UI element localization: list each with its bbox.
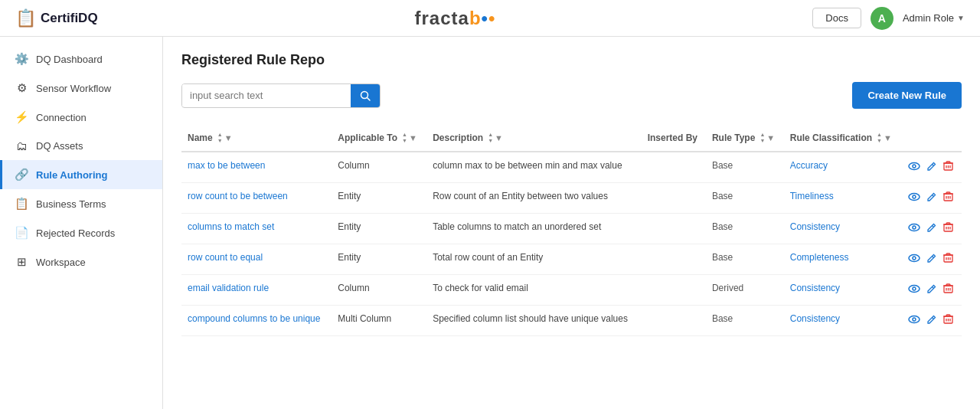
sidebar-item-business-terms[interactable]: 📋Business Terms xyxy=(0,189,162,218)
search-button[interactable] xyxy=(351,84,380,107)
table-row: max to be betweenColumncolumn max to be … xyxy=(181,152,962,183)
cell-name: row count to be between xyxy=(181,183,332,214)
view-icon[interactable] xyxy=(908,221,920,236)
view-icon[interactable] xyxy=(908,191,920,205)
cell-name: row count to equal xyxy=(181,244,332,275)
delete-icon[interactable] xyxy=(943,161,953,174)
svg-point-3 xyxy=(913,165,916,168)
search-icon xyxy=(360,90,371,101)
cell-rule-type: Derived xyxy=(706,275,784,306)
layout: ⚙️DQ Dashboard⚙Sensor Workflow⚡Connectio… xyxy=(0,37,980,409)
cell-actions xyxy=(902,306,962,336)
table-header: Name ▲▼ ▼ Applicable To ▲ xyxy=(181,124,962,152)
sidebar-icon-sensor-workflow: ⚙ xyxy=(15,81,28,95)
col-rule-classification: Rule Classification ▲▼ ▼ xyxy=(784,124,903,152)
admin-role[interactable]: Admin Role ▼ xyxy=(903,12,965,24)
delete-icon[interactable] xyxy=(943,222,953,235)
svg-point-19 xyxy=(913,226,916,229)
svg-line-36 xyxy=(933,287,934,289)
table-row: email validation ruleColumnTo check for … xyxy=(181,275,962,306)
filter-description-icon[interactable]: ▼ xyxy=(495,133,503,142)
edit-icon[interactable] xyxy=(926,191,937,204)
sidebar-icon-workspace: ⊞ xyxy=(15,255,28,269)
sort-classification-icon[interactable]: ▲▼ xyxy=(877,132,882,143)
table-row: compound columns to be uniqueMulti Colum… xyxy=(181,306,962,336)
view-icon[interactable] xyxy=(908,283,920,297)
col-rule-type: Rule Type ▲▼ ▼ xyxy=(706,124,784,152)
cell-description: Total row count of an Entity xyxy=(426,244,642,275)
sidebar-icon-dq-dashboard: ⚙️ xyxy=(15,52,28,66)
create-new-rule-button[interactable]: Create New Rule xyxy=(852,82,962,109)
sort-applicable-icon[interactable]: ▲▼ xyxy=(402,132,407,143)
sidebar-icon-rule-authoring: 🔗 xyxy=(15,168,28,182)
svg-line-28 xyxy=(933,257,934,258)
cell-applicable: Entity xyxy=(332,244,426,275)
cell-inserted-by xyxy=(642,214,706,244)
search-input[interactable] xyxy=(182,84,351,106)
sidebar-label-business-terms: Business Terms xyxy=(36,198,106,210)
dot-orange2: • xyxy=(488,8,495,28)
dot-orange: b xyxy=(469,8,482,28)
table-row: row count to equalEntityTotal row count … xyxy=(181,244,962,275)
sidebar-label-dq-dashboard: DQ Dashboard xyxy=(36,54,103,65)
sidebar-icon-connection: ⚡ xyxy=(15,110,28,124)
cell-rule-classification: Consistency xyxy=(784,306,903,336)
col-description: Description ▲▼ ▼ xyxy=(426,124,642,152)
app-header: 📋 CertifiDQ fractab•• Docs A Admin Role … xyxy=(0,0,980,37)
cell-rule-type: Base xyxy=(706,214,784,244)
sidebar-label-workspace: Workspace xyxy=(36,257,86,268)
logo-text: CertifiDQ xyxy=(41,11,98,26)
svg-point-10 xyxy=(909,194,920,201)
filter-name-icon[interactable]: ▼ xyxy=(224,133,233,142)
docs-button[interactable]: Docs xyxy=(812,8,861,28)
svg-point-2 xyxy=(909,163,920,170)
filter-applicable-icon[interactable]: ▼ xyxy=(409,133,417,142)
sidebar-item-dq-assets[interactable]: 🗂DQ Assets xyxy=(0,132,162,160)
cell-rule-classification: Completeness xyxy=(784,244,903,275)
col-name: Name ▲▼ ▼ xyxy=(181,124,332,152)
cell-applicable: Multi Column xyxy=(332,306,426,336)
filter-ruletype-icon[interactable]: ▼ xyxy=(766,133,775,142)
sort-description-icon[interactable]: ▲▼ xyxy=(488,132,493,143)
cell-applicable: Column xyxy=(332,275,426,306)
edit-icon[interactable] xyxy=(926,222,937,235)
delete-icon[interactable] xyxy=(943,314,953,327)
filter-classification-icon[interactable]: ▼ xyxy=(884,133,892,142)
sidebar-icon-dq-assets: 🗂 xyxy=(15,139,28,152)
edit-icon[interactable] xyxy=(926,161,937,174)
sort-name-icon[interactable]: ▲▼ xyxy=(217,132,223,143)
edit-icon[interactable] xyxy=(926,283,937,296)
sidebar-label-rejected-records: Rejected Records xyxy=(36,227,115,239)
view-icon[interactable] xyxy=(908,313,920,328)
cell-inserted-by xyxy=(642,275,706,306)
sidebar-item-rule-authoring[interactable]: 🔗Rule Authoring xyxy=(0,160,162,189)
sidebar-label-dq-assets: DQ Assets xyxy=(36,140,83,152)
cell-actions xyxy=(902,152,962,183)
view-icon[interactable] xyxy=(908,252,920,267)
logo: 📋 CertifiDQ xyxy=(15,8,98,28)
svg-point-42 xyxy=(909,316,920,323)
svg-point-34 xyxy=(909,286,920,293)
sidebar-item-connection[interactable]: ⚡Connection xyxy=(0,103,162,132)
edit-icon[interactable] xyxy=(926,314,937,327)
delete-icon[interactable] xyxy=(943,283,953,296)
sort-ruletype-icon[interactable]: ▲▼ xyxy=(760,132,765,143)
cell-description: To check for valid email xyxy=(426,275,642,306)
delete-icon[interactable] xyxy=(943,253,953,266)
table-body: max to be betweenColumncolumn max to be … xyxy=(181,152,962,336)
svg-line-20 xyxy=(933,226,934,227)
delete-icon[interactable] xyxy=(943,191,953,204)
svg-point-18 xyxy=(909,224,920,231)
col-inserted-by: Inserted By xyxy=(642,124,706,152)
edit-icon[interactable] xyxy=(926,253,937,266)
cell-inserted-by xyxy=(642,244,706,275)
sidebar-item-workspace[interactable]: ⊞Workspace xyxy=(0,247,162,276)
svg-point-35 xyxy=(913,287,916,290)
view-icon[interactable] xyxy=(908,160,920,175)
cell-actions xyxy=(902,183,962,214)
sidebar-item-sensor-workflow[interactable]: ⚙Sensor Workflow xyxy=(0,74,162,103)
sidebar-item-dq-dashboard[interactable]: ⚙️DQ Dashboard xyxy=(0,44,162,74)
dot-blue: • xyxy=(482,8,488,28)
toolbar: Create New Rule xyxy=(181,82,962,109)
sidebar-item-rejected-records[interactable]: 📄Rejected Records xyxy=(0,218,162,247)
